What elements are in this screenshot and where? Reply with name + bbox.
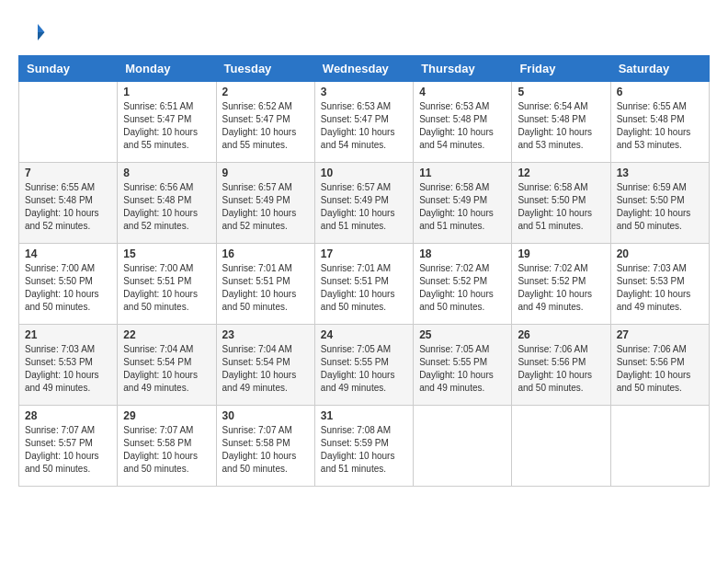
svg-marker-0 xyxy=(38,24,45,32)
day-number: 9 xyxy=(222,167,309,179)
calendar-week-row: 1Sunrise: 6:51 AM Sunset: 5:47 PM Daylig… xyxy=(19,82,710,163)
day-info: Sunrise: 7:05 AM Sunset: 5:55 PM Dayligh… xyxy=(321,343,407,395)
calendar-cell: 26Sunrise: 7:06 AM Sunset: 5:56 PM Dayli… xyxy=(512,325,610,406)
day-number: 26 xyxy=(518,328,604,341)
day-info: Sunrise: 6:57 AM Sunset: 5:49 PM Dayligh… xyxy=(321,181,407,233)
day-number: 7 xyxy=(25,167,111,179)
calendar-cell: 8Sunrise: 6:56 AM Sunset: 5:48 PM Daylig… xyxy=(118,163,216,244)
day-number: 20 xyxy=(617,247,703,260)
calendar-cell: 11Sunrise: 6:58 AM Sunset: 5:49 PM Dayli… xyxy=(414,163,512,244)
day-info: Sunrise: 6:58 AM Sunset: 5:50 PM Dayligh… xyxy=(518,181,604,233)
day-number: 19 xyxy=(518,247,604,260)
day-info: Sunrise: 7:04 AM Sunset: 5:54 PM Dayligh… xyxy=(123,343,210,395)
calendar-cell xyxy=(610,406,709,487)
calendar-cell xyxy=(19,82,118,163)
calendar-weekday-wednesday: Wednesday xyxy=(314,56,413,82)
calendar-week-row: 14Sunrise: 7:00 AM Sunset: 5:50 PM Dayli… xyxy=(19,244,710,325)
calendar-cell: 27Sunrise: 7:06 AM Sunset: 5:56 PM Dayli… xyxy=(610,325,709,406)
calendar-cell: 6Sunrise: 6:55 AM Sunset: 5:48 PM Daylig… xyxy=(610,82,709,163)
day-number: 17 xyxy=(321,247,407,260)
day-info: Sunrise: 6:53 AM Sunset: 5:48 PM Dayligh… xyxy=(419,100,506,152)
day-number: 4 xyxy=(419,86,506,98)
calendar-header-row: SundayMondayTuesdayWednesdayThursdayFrid… xyxy=(19,56,710,82)
day-info: Sunrise: 7:00 AM Sunset: 5:51 PM Dayligh… xyxy=(123,262,210,314)
calendar-cell: 4Sunrise: 6:53 AM Sunset: 5:48 PM Daylig… xyxy=(414,82,512,163)
calendar-cell: 2Sunrise: 6:52 AM Sunset: 5:47 PM Daylig… xyxy=(216,82,314,163)
calendar-cell: 28Sunrise: 7:07 AM Sunset: 5:57 PM Dayli… xyxy=(19,406,118,487)
logo-icon xyxy=(18,18,46,46)
day-number: 25 xyxy=(419,328,506,341)
day-number: 18 xyxy=(419,247,506,260)
day-number: 22 xyxy=(123,328,210,341)
calendar-weekday-sunday: Sunday xyxy=(19,56,118,82)
day-info: Sunrise: 6:56 AM Sunset: 5:48 PM Dayligh… xyxy=(123,181,210,233)
day-info: Sunrise: 6:53 AM Sunset: 5:47 PM Dayligh… xyxy=(321,100,407,152)
day-info: Sunrise: 6:55 AM Sunset: 5:48 PM Dayligh… xyxy=(25,181,111,233)
calendar-cell: 5Sunrise: 6:54 AM Sunset: 5:48 PM Daylig… xyxy=(512,82,610,163)
calendar-table: SundayMondayTuesdayWednesdayThursdayFrid… xyxy=(18,55,710,487)
calendar-cell: 9Sunrise: 6:57 AM Sunset: 5:49 PM Daylig… xyxy=(216,163,314,244)
calendar-cell: 7Sunrise: 6:55 AM Sunset: 5:48 PM Daylig… xyxy=(19,163,118,244)
day-number: 11 xyxy=(419,167,506,179)
calendar-cell: 31Sunrise: 7:08 AM Sunset: 5:59 PM Dayli… xyxy=(314,406,413,487)
calendar-cell: 13Sunrise: 6:59 AM Sunset: 5:50 PM Dayli… xyxy=(610,163,709,244)
day-info: Sunrise: 6:58 AM Sunset: 5:49 PM Dayligh… xyxy=(419,181,506,233)
day-info: Sunrise: 7:07 AM Sunset: 5:58 PM Dayligh… xyxy=(222,424,309,476)
calendar-cell: 21Sunrise: 7:03 AM Sunset: 5:53 PM Dayli… xyxy=(19,325,118,406)
page-header xyxy=(18,18,710,46)
day-number: 5 xyxy=(518,86,604,98)
calendar-cell: 24Sunrise: 7:05 AM Sunset: 5:55 PM Dayli… xyxy=(314,325,413,406)
day-info: Sunrise: 7:07 AM Sunset: 5:57 PM Dayligh… xyxy=(25,424,111,476)
calendar-cell: 30Sunrise: 7:07 AM Sunset: 5:58 PM Dayli… xyxy=(216,406,314,487)
calendar-week-row: 7Sunrise: 6:55 AM Sunset: 5:48 PM Daylig… xyxy=(19,163,710,244)
day-number: 28 xyxy=(25,409,111,422)
calendar-cell: 18Sunrise: 7:02 AM Sunset: 5:52 PM Dayli… xyxy=(414,244,512,325)
day-info: Sunrise: 7:04 AM Sunset: 5:54 PM Dayligh… xyxy=(222,343,309,395)
day-number: 21 xyxy=(25,328,111,341)
day-info: Sunrise: 6:57 AM Sunset: 5:49 PM Dayligh… xyxy=(222,181,309,233)
calendar-weekday-monday: Monday xyxy=(118,56,216,82)
day-info: Sunrise: 7:06 AM Sunset: 5:56 PM Dayligh… xyxy=(617,343,703,395)
day-number: 23 xyxy=(222,328,309,341)
day-info: Sunrise: 6:51 AM Sunset: 5:47 PM Dayligh… xyxy=(123,100,210,152)
day-number: 1 xyxy=(123,86,210,98)
day-info: Sunrise: 7:01 AM Sunset: 5:51 PM Dayligh… xyxy=(321,262,407,314)
day-info: Sunrise: 7:03 AM Sunset: 5:53 PM Dayligh… xyxy=(617,262,703,314)
day-info: Sunrise: 7:01 AM Sunset: 5:51 PM Dayligh… xyxy=(222,262,309,314)
day-info: Sunrise: 6:55 AM Sunset: 5:48 PM Dayligh… xyxy=(617,100,703,152)
day-info: Sunrise: 7:00 AM Sunset: 5:50 PM Dayligh… xyxy=(25,262,111,314)
calendar-cell: 10Sunrise: 6:57 AM Sunset: 5:49 PM Dayli… xyxy=(314,163,413,244)
calendar-cell: 23Sunrise: 7:04 AM Sunset: 5:54 PM Dayli… xyxy=(216,325,314,406)
calendar-cell: 16Sunrise: 7:01 AM Sunset: 5:51 PM Dayli… xyxy=(216,244,314,325)
calendar-cell: 22Sunrise: 7:04 AM Sunset: 5:54 PM Dayli… xyxy=(118,325,216,406)
calendar-cell: 1Sunrise: 6:51 AM Sunset: 5:47 PM Daylig… xyxy=(118,82,216,163)
calendar-weekday-saturday: Saturday xyxy=(610,56,709,82)
day-number: 16 xyxy=(222,247,309,260)
day-number: 8 xyxy=(123,167,210,179)
day-info: Sunrise: 7:07 AM Sunset: 5:58 PM Dayligh… xyxy=(123,424,210,476)
day-number: 31 xyxy=(321,409,407,422)
day-info: Sunrise: 7:08 AM Sunset: 5:59 PM Dayligh… xyxy=(321,424,407,476)
day-number: 29 xyxy=(123,409,210,422)
day-info: Sunrise: 7:03 AM Sunset: 5:53 PM Dayligh… xyxy=(25,343,111,395)
calendar-cell: 12Sunrise: 6:58 AM Sunset: 5:50 PM Dayli… xyxy=(512,163,610,244)
calendar-cell: 14Sunrise: 7:00 AM Sunset: 5:50 PM Dayli… xyxy=(19,244,118,325)
day-number: 3 xyxy=(321,86,407,98)
calendar-cell: 29Sunrise: 7:07 AM Sunset: 5:58 PM Dayli… xyxy=(118,406,216,487)
day-number: 14 xyxy=(25,247,111,260)
calendar-weekday-thursday: Thursday xyxy=(414,56,512,82)
day-info: Sunrise: 7:02 AM Sunset: 5:52 PM Dayligh… xyxy=(419,262,506,314)
day-info: Sunrise: 6:54 AM Sunset: 5:48 PM Dayligh… xyxy=(518,100,604,152)
calendar-cell: 25Sunrise: 7:05 AM Sunset: 5:55 PM Dayli… xyxy=(414,325,512,406)
day-info: Sunrise: 7:06 AM Sunset: 5:56 PM Dayligh… xyxy=(518,343,604,395)
calendar-cell: 17Sunrise: 7:01 AM Sunset: 5:51 PM Dayli… xyxy=(314,244,413,325)
calendar-cell xyxy=(512,406,610,487)
day-number: 30 xyxy=(222,409,309,422)
svg-marker-1 xyxy=(38,32,45,40)
day-info: Sunrise: 6:52 AM Sunset: 5:47 PM Dayligh… xyxy=(222,100,309,152)
calendar-week-row: 21Sunrise: 7:03 AM Sunset: 5:53 PM Dayli… xyxy=(19,325,710,406)
day-number: 12 xyxy=(518,167,604,179)
day-number: 15 xyxy=(123,247,210,260)
logo xyxy=(18,18,50,46)
calendar-cell xyxy=(414,406,512,487)
